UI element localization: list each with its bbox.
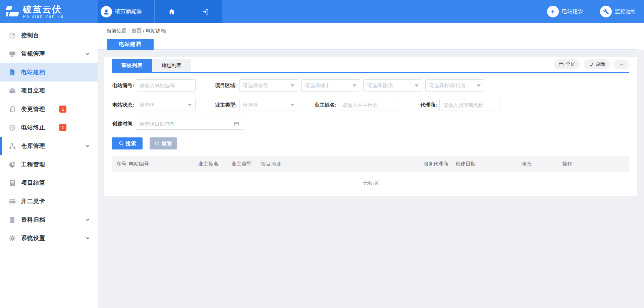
col-project-address: 项目地址	[261, 161, 423, 167]
sidebar-item-label: 项目立项	[21, 87, 45, 95]
station-status-value: 请选择	[140, 102, 186, 108]
copy-icon	[9, 106, 16, 113]
sidebar-item-station-termination[interactable]: 电站终止 1	[0, 118, 98, 137]
signin-button[interactable]	[189, 0, 222, 23]
target-icon	[9, 124, 16, 131]
brand-title: 破茧云伏	[23, 4, 64, 14]
collapse-button[interactable]	[614, 59, 629, 69]
owner-type-select[interactable]: 请选择	[239, 99, 298, 111]
user-avatar	[101, 6, 112, 17]
owner-name-input[interactable]	[339, 99, 399, 111]
date-range-picker[interactable]	[136, 118, 243, 130]
tab-passed-list[interactable]: 通过列表	[152, 59, 191, 72]
created-time-label: 创建时间:	[112, 118, 134, 130]
caret-down-icon	[290, 84, 294, 87]
sidebar-item-project-settlement[interactable]: 项目结算	[0, 174, 98, 192]
wrench-icon	[600, 6, 612, 17]
topbar-middle: 破茧新能源	[98, 0, 222, 23]
sidebar-item-label: 资料归档	[21, 216, 45, 224]
search-icon	[118, 141, 124, 146]
change-mgmt-badge: 1	[59, 106, 66, 113]
pie-icon	[9, 161, 16, 168]
topbar-user[interactable]: 破茧新能源	[98, 0, 154, 23]
results-table: 序号 电站编号 业主姓名 业主类型 项目地址 服务代理商 创建日期 状态 操作 …	[112, 156, 629, 194]
breadcrumb: 当前位置：首页 / 电站建档	[106, 28, 166, 34]
briefcase-icon	[9, 87, 16, 95]
sidebar-item-engineering-mgmt[interactable]: 工程管理	[0, 155, 98, 174]
sidebar-item-station-filing[interactable]: 电站建档	[0, 63, 98, 81]
reset-button[interactable]: 重置	[150, 137, 177, 149]
nav-station-construction[interactable]: 电站建设	[547, 6, 583, 17]
station-status-label: 电站状态:	[112, 99, 134, 111]
sidebar-item-change-mgmt[interactable]: 变更管理 1	[0, 100, 98, 118]
region-label: 项目区域:	[198, 79, 237, 91]
county-select[interactable]: 请选择县/区	[363, 79, 422, 91]
sidebar-item-system-settings[interactable]: 系统设置	[0, 229, 98, 247]
filter-actions: 搜索 重置	[112, 137, 629, 149]
page-tab-underline	[98, 50, 637, 50]
main-content: 当前位置：首页 / 电站建档 电站建档 审核列表 通过列表 全屏	[98, 23, 644, 308]
col-owner-name: 业主姓名	[198, 161, 231, 167]
page-tab-station-filing[interactable]: 电站建档	[107, 39, 154, 50]
province-select[interactable]: 请选择省份	[239, 79, 298, 91]
chevron-down-icon	[619, 62, 624, 67]
brand-subtitle: Po Jian Yun Fu	[23, 14, 64, 19]
refresh-label: 刷新	[596, 61, 605, 67]
town-select[interactable]: 请选择村镇/街道	[425, 79, 484, 91]
chevron-down-icon	[85, 51, 90, 56]
tab-review-list[interactable]: 审核列表	[112, 59, 152, 72]
caret-down-icon	[415, 84, 419, 87]
card-icon	[9, 198, 16, 205]
fullscreen-icon	[558, 62, 564, 67]
sidebar-item-document-archive[interactable]: 资料归档	[0, 210, 98, 229]
sidebar-item-label: 项目结算	[21, 179, 45, 187]
fullscreen-button[interactable]: 全屏	[554, 59, 580, 69]
owner-name-label: 业主姓名:	[303, 99, 336, 111]
sidebar-item-warehouse-mgmt[interactable]: 仓库管理	[0, 137, 98, 155]
date-range-input[interactable]	[140, 121, 234, 127]
table-empty-state: 无数据	[112, 172, 629, 194]
sidebar-item-project-initiation[interactable]: 项目立项	[0, 81, 98, 100]
fullscreen-label: 全屏	[566, 61, 575, 67]
agent-label: 代理商:	[404, 99, 437, 111]
brand-logo: 破茧云伏 Po Jian Yun Fu	[0, 0, 98, 23]
gauge-icon	[9, 32, 16, 39]
search-button[interactable]: 搜索	[112, 137, 143, 149]
refresh-button[interactable]: 刷新	[584, 59, 610, 69]
sign-in-icon	[202, 8, 209, 15]
station-status-select[interactable]: 请选择	[136, 99, 196, 111]
nav-monitoring-ops-label: 监控运维	[615, 8, 636, 15]
filter-form: 电站编号: 项目区域: 请选择省份 请选择城市 请选择县/区	[112, 79, 629, 149]
document-icon	[9, 69, 16, 76]
person-icon	[103, 8, 110, 15]
sidebar-item-general-mgmt[interactable]: 常规管理	[0, 45, 98, 63]
lightning-icon	[547, 6, 559, 17]
owner-type-label: 业主类型:	[198, 99, 237, 111]
col-station-no: 电站编号	[129, 161, 198, 167]
app-root: 破茧云伏 Po Jian Yun Fu 破茧新能源	[0, 0, 644, 308]
home-icon	[168, 8, 175, 15]
breadcrumb-bar: 当前位置：首页 / 电站建档 电站建档	[98, 23, 644, 50]
station-no-input[interactable]	[136, 79, 196, 91]
tabs-strip: 审核列表 通过列表 全屏 刷新	[112, 57, 629, 73]
calendar-icon	[234, 121, 239, 127]
sidebar-item-open-type2-card[interactable]: 开二类卡	[0, 192, 98, 210]
home-button[interactable]	[154, 0, 189, 23]
calculator-icon	[9, 179, 16, 187]
caret-down-icon	[290, 104, 294, 106]
chevron-down-icon	[85, 217, 90, 222]
city-select[interactable]: 请选择城市	[301, 79, 360, 91]
breadcrumb-prefix: 当前位置：	[106, 28, 131, 34]
sidebar-item-label: 变更管理	[21, 105, 45, 113]
nav-monitoring-ops[interactable]: 监控运维	[600, 6, 636, 17]
sidebar-item-label: 电站建档	[21, 68, 45, 76]
gear-icon	[9, 235, 16, 242]
sidebar-item-console[interactable]: 控制台	[0, 26, 98, 45]
owner-type-value: 请选择	[243, 102, 288, 108]
chevron-down-icon	[85, 236, 90, 241]
town-select-value: 请选择村镇/街道	[429, 82, 475, 89]
sidebar-item-label: 工程管理	[21, 161, 45, 168]
col-created-date: 创建日期	[455, 161, 522, 167]
agent-input[interactable]	[439, 99, 500, 111]
monitor-icon	[9, 50, 16, 58]
